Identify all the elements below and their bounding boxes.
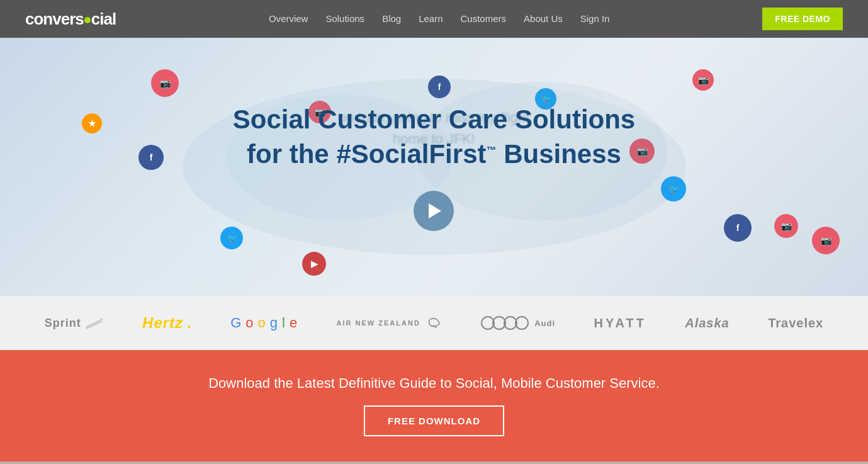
- logos-section: Sprint Hertz. Google AIR NEW ZEALAND Aud…: [0, 296, 868, 350]
- instagram-icon-4: 📷: [774, 214, 798, 238]
- hero-title-line2: for the #SocialFirst™ Business: [247, 139, 621, 169]
- nav-overview[interactable]: Overview: [269, 13, 308, 24]
- nav-sign-in[interactable]: Sign In: [580, 13, 610, 24]
- google-logo: Google: [230, 315, 298, 331]
- free-demo-button[interactable]: FREE DEMO: [762, 8, 843, 30]
- nav-solutions[interactable]: Solutions: [325, 13, 364, 24]
- hero-content: Social Customer Care Solutions for the #…: [233, 103, 635, 230]
- free-download-button[interactable]: FREE DOWNLOAD: [364, 405, 504, 436]
- hero-section: 📷 📷 📷 📷 f f f 🐦 🐦 🐦 ★ ▶ 📷 📷 on train, go…: [0, 38, 868, 296]
- audi-rings-icon: [480, 314, 531, 332]
- travelex-logo: Travelex: [768, 316, 823, 331]
- cta-section: Download the Latest Definitive Guide to …: [0, 350, 868, 461]
- facebook-icon-2: f: [724, 214, 752, 242]
- play-video-button[interactable]: [414, 191, 454, 231]
- logo-text: convers: [25, 9, 84, 28]
- cta-text: Download the Latest Definitive Guide to …: [25, 375, 843, 392]
- alaska-logo: Alaska: [685, 316, 730, 331]
- sprint-logo: Sprint: [45, 316, 104, 330]
- hero-title: Social Customer Care Solutions for the #…: [233, 103, 635, 171]
- bottom-image: [0, 461, 868, 464]
- social-icon-misc-1: ★: [82, 113, 102, 133]
- nav-learn[interactable]: Learn: [419, 13, 442, 24]
- bottom-section: [0, 461, 868, 464]
- logo-dot: [84, 17, 91, 23]
- air-nz-koru-icon: [424, 316, 442, 330]
- logo[interactable]: converscial: [25, 9, 116, 29]
- hyatt-logo: HYATT: [594, 316, 646, 331]
- hertz-logo: Hertz.: [142, 314, 192, 332]
- audi-logo: Audi: [480, 314, 555, 332]
- social-icon-misc-4: 📷: [812, 227, 840, 254]
- logo-suffix: cial: [91, 9, 116, 28]
- air-new-zealand-logo: AIR NEW ZEALAND: [337, 316, 442, 330]
- play-triangle-icon: [429, 203, 441, 218]
- nav-blog[interactable]: Blog: [382, 13, 401, 24]
- nav-customers[interactable]: Customers: [461, 13, 507, 24]
- navbar: converscial Overview Solutions Blog Lear…: [0, 0, 868, 38]
- nav-links: Overview Solutions Blog Learn Customers …: [269, 13, 610, 25]
- sprint-logo-icon: [85, 316, 104, 330]
- nav-about-us[interactable]: About Us: [524, 13, 563, 24]
